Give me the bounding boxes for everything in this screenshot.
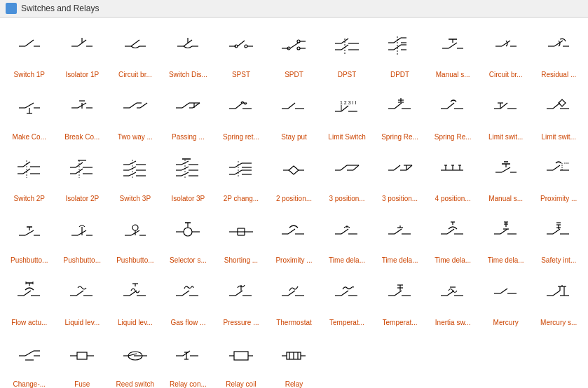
list-item[interactable]: Spring ret... — [214, 82, 268, 144]
list-item[interactable]: Thermostat — [268, 268, 321, 329]
list-item[interactable]: DPDT — [374, 20, 427, 82]
symbol-pushbutto2 — [58, 208, 107, 256]
list-item[interactable]: SPDT — [268, 20, 321, 82]
list-item[interactable]: Isolator 3P — [162, 144, 215, 206]
list-item[interactable]: SPST — [214, 20, 268, 82]
symbol-timedela2 — [376, 208, 425, 256]
symbol-relaycoil — [217, 332, 266, 380]
list-item[interactable]: Safety int... — [532, 206, 585, 268]
list-item[interactable]: Flow actu... — [3, 268, 56, 329]
svg-point-195 — [184, 228, 192, 236]
list-item[interactable]: Fuse — [56, 330, 109, 388]
svg-line-8 — [131, 40, 139, 46]
list-item[interactable]: Switch Dis... — [162, 20, 215, 82]
symbol-timedela1 — [322, 208, 371, 256]
list-item[interactable]: 2P chang... — [214, 144, 268, 206]
list-item[interactable]: Proximity ... — [532, 144, 585, 206]
list-item[interactable]: 3 position... — [320, 144, 374, 206]
list-item[interactable]: Residual ... — [532, 20, 585, 82]
svg-rect-304 — [234, 352, 248, 360]
app-icon — [6, 3, 17, 14]
item-label: Manual s... — [488, 195, 523, 203]
list-item[interactable]: Relay — [268, 330, 321, 388]
list-item[interactable]: Make Co... — [3, 82, 56, 144]
list-item[interactable]: Spring Re... — [374, 82, 427, 144]
list-item[interactable]: Proximity ... — [268, 206, 321, 268]
list-item[interactable]: Pressure ... — [214, 268, 268, 329]
list-item[interactable]: Pushbutto... — [56, 206, 109, 268]
list-item[interactable]: Relay con... — [162, 330, 215, 388]
symbol-2pchang — [217, 146, 266, 195]
item-label: Liquid lev... — [64, 319, 100, 327]
symbol-dpst — [322, 22, 371, 71]
svg-line-262 — [341, 291, 348, 296]
list-item[interactable]: Stay put — [268, 82, 321, 144]
svg-line-69 — [182, 103, 189, 108]
list-item[interactable]: Liquid lev... — [56, 268, 109, 329]
list-item[interactable]: Manual s... — [479, 144, 533, 206]
item-label: 3 position... — [329, 195, 364, 203]
symbol-pushbutto3 — [111, 208, 160, 256]
item-label: Gas flow ... — [170, 319, 205, 327]
svg-line-220 — [447, 229, 454, 234]
list-item[interactable]: Pushbutto... — [3, 206, 56, 268]
list-item[interactable]: Two way ... — [109, 82, 162, 144]
list-item[interactable]: 1 2 3 I I Limit Switch — [320, 82, 374, 144]
list-item[interactable]: Time dela... — [426, 206, 479, 268]
list-item[interactable]: Switch 3P — [109, 144, 162, 206]
item-label: Temperat... — [383, 319, 418, 327]
item-label: Mercury s... — [540, 319, 577, 327]
symbol-selectors — [164, 208, 213, 256]
list-item[interactable]: Circuit br... — [109, 20, 162, 82]
symbol-liquidlev1 — [58, 270, 107, 318]
list-item[interactable]: Pushbutto... — [109, 206, 162, 268]
list-item[interactable]: Gas flow ... — [162, 268, 215, 329]
list-item[interactable]: Relay coil — [214, 330, 268, 388]
svg-line-87 — [395, 103, 402, 109]
list-item[interactable]: DPST — [320, 20, 374, 82]
symbol-twoway — [111, 84, 160, 132]
item-label: Switch 2P — [14, 195, 45, 203]
list-item[interactable]: Selector s... — [162, 206, 215, 268]
list-item[interactable]: 3 position... — [374, 144, 427, 206]
svg-line-275 — [500, 289, 507, 293]
item-label: Limit swit... — [542, 133, 576, 141]
list-item[interactable]: 2 position... — [268, 144, 321, 206]
list-item[interactable]: Temperat... — [374, 268, 427, 329]
list-item[interactable]: Limit swit... — [479, 82, 533, 144]
list-item[interactable]: Break Co... — [56, 82, 109, 144]
list-item[interactable]: Mercury s... — [532, 268, 585, 329]
list-item[interactable]: Temperat... — [320, 268, 374, 329]
item-label: 3 position... — [382, 195, 418, 203]
list-item[interactable]: Isolator 1P — [56, 20, 109, 82]
symbol-breakco — [58, 84, 107, 132]
list-item[interactable]: Reed switch — [109, 330, 162, 388]
list-item[interactable]: Isolator 2P — [56, 144, 109, 206]
symbol-spdt — [270, 22, 319, 71]
list-item[interactable]: Switch 1P — [3, 20, 56, 82]
list-item[interactable]: Switch 2P — [3, 144, 56, 206]
list-item[interactable]: 4 position... — [426, 144, 479, 206]
list-item[interactable]: Change-... — [3, 330, 56, 388]
item-label: Time dela... — [382, 256, 418, 265]
list-item[interactable]: Inertia sw... — [426, 268, 479, 329]
list-item[interactable]: Mercury — [479, 268, 533, 329]
list-item[interactable]: Spring Re... — [426, 82, 479, 144]
list-item[interactable]: Time dela... — [374, 206, 427, 268]
item-label: SPDT — [285, 71, 303, 79]
symbol-timedela4 — [481, 208, 531, 256]
list-item[interactable]: Time dela... — [320, 206, 374, 268]
symbol-mercury — [481, 270, 531, 318]
list-item[interactable]: Circuit br... — [479, 20, 533, 82]
list-item[interactable]: Manual s... — [426, 20, 479, 82]
list-item[interactable]: Time dela... — [479, 206, 533, 268]
item-label: Time dela... — [435, 256, 471, 265]
symbol-springre2 — [428, 84, 477, 132]
list-item[interactable]: Shorting ... — [214, 206, 268, 268]
svg-line-96 — [500, 103, 507, 109]
symbol-dpdt — [376, 22, 425, 71]
list-item[interactable]: Liquid lev... — [109, 268, 162, 329]
list-item[interactable]: Passing ... — [162, 82, 215, 144]
symbol-liquidlev2 — [111, 270, 160, 318]
list-item[interactable]: Limit swit... — [532, 82, 585, 144]
